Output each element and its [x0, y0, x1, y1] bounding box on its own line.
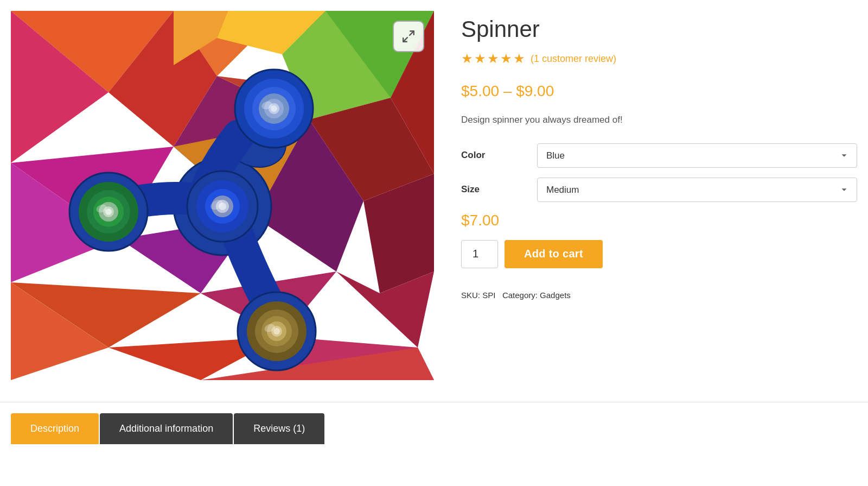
- expand-icon: [401, 29, 416, 43]
- rating-row: ★ ★ ★ ★ ★ (1 customer review): [461, 51, 857, 66]
- selected-price: $7.00: [461, 212, 857, 229]
- size-option-row: Size Small Medium Large: [461, 178, 857, 202]
- product-details: Spinner ★ ★ ★ ★ ★ (1 customer review) $5…: [461, 11, 857, 380]
- product-image-svg: [11, 11, 434, 380]
- star-5: ★: [513, 51, 525, 66]
- category-label: Category:: [502, 291, 538, 300]
- sku-label: SKU:: [461, 291, 480, 300]
- quantity-input[interactable]: [461, 240, 498, 268]
- size-select[interactable]: Small Medium Large: [537, 178, 857, 202]
- tab-additional-information[interactable]: Additional information: [100, 413, 233, 444]
- product-image-section: [11, 11, 434, 380]
- cart-row: Add to cart: [461, 240, 857, 268]
- star-1: ★: [461, 51, 473, 66]
- color-select[interactable]: Blue Red Green: [537, 143, 857, 168]
- color-option-row: Color Blue Red Green: [461, 143, 857, 168]
- sku-value: SPI: [482, 291, 495, 300]
- product-main: Spinner ★ ★ ★ ★ ★ (1 customer review) $5…: [0, 0, 868, 402]
- tabs-section: Description Additional information Revie…: [0, 402, 868, 444]
- price-range: $5.00 – $9.00: [461, 83, 857, 100]
- star-3: ★: [487, 51, 499, 66]
- tabs-row: Description Additional information Revie…: [11, 413, 857, 444]
- product-title: Spinner: [461, 16, 857, 42]
- product-page: Spinner ★ ★ ★ ★ ★ (1 customer review) $5…: [0, 0, 868, 444]
- tab-reviews[interactable]: Reviews (1): [234, 413, 324, 444]
- size-label: Size: [461, 184, 537, 195]
- expand-image-button[interactable]: [393, 21, 424, 52]
- tab-description[interactable]: Description: [11, 413, 99, 444]
- star-2: ★: [474, 51, 486, 66]
- stars: ★ ★ ★ ★ ★: [461, 51, 525, 66]
- review-link[interactable]: (1 customer review): [531, 53, 616, 65]
- category-value: Gadgets: [540, 291, 571, 300]
- product-meta: SKU: SPI Category: Gadgets: [461, 288, 857, 302]
- add-to-cart-button[interactable]: Add to cart: [505, 240, 603, 268]
- product-image-wrapper: [11, 11, 434, 380]
- product-description: Design spinner you always dreamed of!: [461, 113, 857, 127]
- color-label: Color: [461, 150, 537, 161]
- star-4: ★: [500, 51, 512, 66]
